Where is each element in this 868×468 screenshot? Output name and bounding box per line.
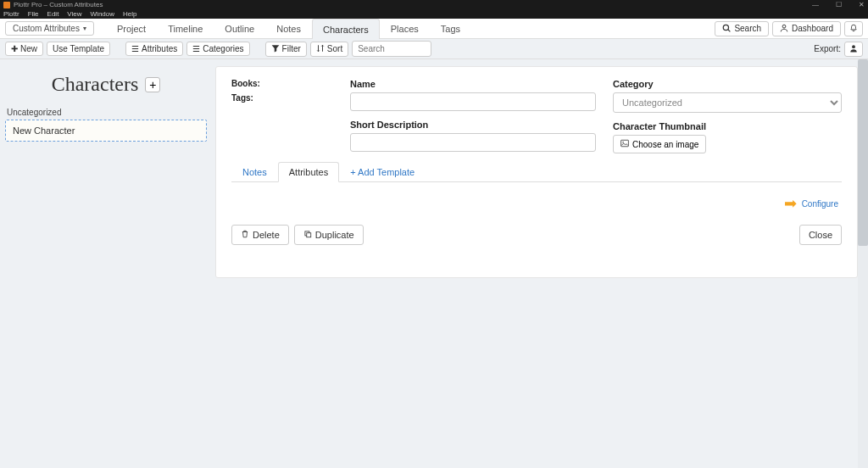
export-button[interactable] [844,42,863,57]
arrow-callout-icon: ➡ [784,194,797,213]
character-list-item[interactable]: New Character [5,120,207,142]
window-titlebar: Plottr Pro – Custom Attributes — ☐ ✕ [0,0,868,9]
thumb-label: Character Thumbnail [613,121,842,131]
duplicate-button[interactable]: Duplicate [294,225,364,245]
bell-button[interactable] [844,21,863,36]
caret-down-icon: ▾ [83,25,86,32]
close-button[interactable]: Close [799,225,842,245]
shortdesc-label: Short Description [350,120,596,130]
svg-rect-7 [307,233,311,237]
tab-tags[interactable]: Tags [430,19,471,38]
top-nav: Custom Attributes ▾ Project Timeline Out… [0,19,868,39]
list-icon: ☰ [131,44,139,53]
subtab-notes[interactable]: Notes [231,162,278,182]
menu-help[interactable]: Help [123,10,136,18]
menu-edit[interactable]: Edit [47,10,59,18]
dashboard-button[interactable]: Dashboard [772,21,841,36]
main-area: Characters + Uncategorized New Character… [0,59,868,468]
choose-image-button[interactable]: Choose an image [613,135,706,153]
scrollbar-thumb[interactable] [858,59,868,246]
menu-bar: Plottr File Edit View Window Help [0,9,868,19]
detail-panel: Books: Tags: Name Short Description Cate… [215,66,858,278]
attributes-button[interactable]: ☰Attributes [125,42,183,56]
close-window-icon[interactable]: ✕ [859,1,865,8]
subtabs: Notes Attributes + Add Template [231,162,842,182]
person-icon [849,44,858,53]
vertical-scrollbar[interactable] [858,59,868,468]
subtab-attributes[interactable]: Attributes [278,162,339,182]
list-icon: ☰ [192,44,200,53]
image-icon [620,139,629,149]
search-icon [722,24,731,34]
group-label: Uncategorized [7,108,207,117]
name-label: Name [350,79,596,89]
page-title: Characters [52,73,139,96]
category-select[interactable]: Uncategorized [613,92,842,113]
tab-project[interactable]: Project [106,19,157,38]
maximize-icon[interactable]: ☐ [836,1,842,8]
sort-icon [316,44,325,54]
tab-places[interactable]: Places [380,19,430,38]
menu-view[interactable]: View [67,10,81,18]
svg-point-0 [724,25,729,30]
menu-window[interactable]: Window [91,10,114,18]
toolbar-search-input[interactable] [352,41,431,57]
configure-link[interactable]: Configure [802,199,838,209]
context-dropdown[interactable]: Custom Attributes ▾ [5,21,94,36]
delete-button[interactable]: Delete [231,225,289,245]
app-logo-icon [3,2,10,8]
sort-button[interactable]: Sort [310,42,348,57]
new-button[interactable]: ✚New [5,42,43,56]
copy-icon [303,230,312,240]
category-label: Category [613,79,842,89]
trash-icon [241,230,249,240]
search-button[interactable]: Search [715,21,769,36]
tab-notes[interactable]: Notes [265,19,312,38]
add-character-button[interactable]: + [145,77,160,92]
svg-point-3 [852,45,855,48]
sidebar: Characters + Uncategorized New Character [0,59,212,468]
filter-button[interactable]: Filter [265,42,307,57]
books-label: Books: [231,79,333,88]
filter-icon [271,44,280,54]
toolbar: ✚New Use Template ☰Attributes ☰Categorie… [0,39,868,59]
plus-icon: ✚ [11,44,18,53]
minimize-icon[interactable]: — [812,1,819,8]
subtab-add-template[interactable]: + Add Template [339,162,426,182]
context-dropdown-label: Custom Attributes [13,24,80,33]
window-title: Plottr Pro – Custom Attributes [14,1,103,8]
svg-point-5 [622,142,624,143]
person-icon [780,24,788,34]
categories-button[interactable]: ☰Categories [186,42,249,56]
tab-timeline[interactable]: Timeline [157,19,214,38]
tab-outline[interactable]: Outline [214,19,265,38]
shortdesc-input[interactable] [350,133,596,152]
use-template-button[interactable]: Use Template [47,42,110,56]
tab-characters[interactable]: Characters [312,19,380,39]
svg-line-1 [728,29,731,31]
svg-rect-4 [621,140,629,147]
svg-point-2 [782,25,786,28]
tags-label: Tags: [231,93,333,103]
name-input[interactable] [350,92,596,111]
menu-file[interactable]: File [28,10,39,18]
menu-plottr[interactable]: Plottr [3,10,19,18]
bell-icon [849,24,858,32]
export-label: Export: [814,44,841,53]
